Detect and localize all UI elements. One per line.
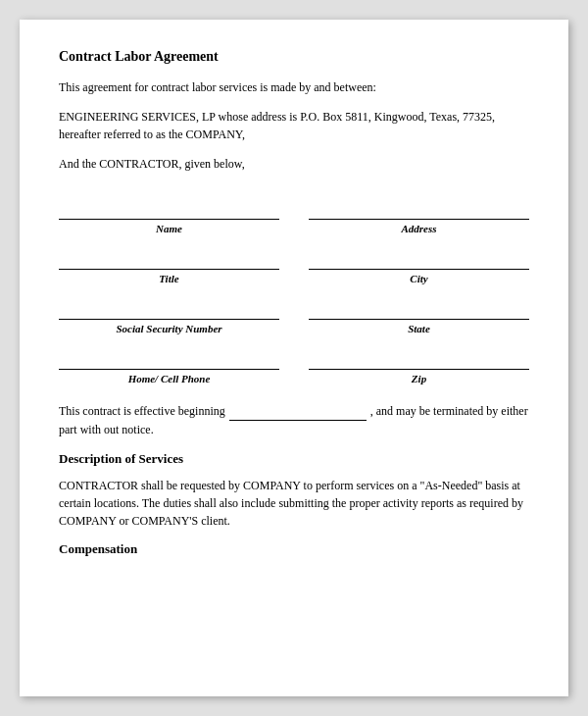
field-address: Address xyxy=(309,202,529,234)
city-label: City xyxy=(410,273,427,284)
effective-text-part1: This contract is effective beginning xyxy=(59,404,225,418)
field-name: Name xyxy=(59,202,279,234)
description-body: CONTRACTOR shall be requested by COMPANY… xyxy=(59,477,529,530)
effective-paragraph: This contract is effective beginning, an… xyxy=(59,402,529,439)
company-info-paragraph: ENGINEERING SERVICES, LP whose address i… xyxy=(59,108,529,143)
form-col-left: Name Title Social Security Number Home/ … xyxy=(59,202,279,402)
ssn-label: Social Security Number xyxy=(116,323,221,334)
name-input-line[interactable] xyxy=(59,202,279,220)
document-title: Contract Labor Agreement xyxy=(59,49,529,65)
address-input-line[interactable] xyxy=(309,202,529,220)
field-state: State xyxy=(309,302,529,334)
zip-input-line[interactable] xyxy=(309,352,529,370)
name-label: Name xyxy=(156,223,182,234)
address-label: Address xyxy=(401,223,436,234)
phone-input-line[interactable] xyxy=(59,352,279,370)
title-label: Title xyxy=(159,273,178,284)
city-input-line[interactable] xyxy=(309,252,529,270)
phone-label: Home/ Cell Phone xyxy=(128,373,211,384)
state-input-line[interactable] xyxy=(309,302,529,320)
ssn-input-line[interactable] xyxy=(59,302,279,320)
field-title: Title xyxy=(59,252,279,284)
field-zip: Zip xyxy=(309,352,529,384)
zip-label: Zip xyxy=(412,373,426,384)
field-phone: Home/ Cell Phone xyxy=(59,352,279,384)
form-col-right: Address City State Zip xyxy=(309,202,529,402)
title-input-line[interactable] xyxy=(59,252,279,270)
field-ssn: Social Security Number xyxy=(59,302,279,334)
effective-date-blank[interactable] xyxy=(229,420,367,421)
contractor-intro-paragraph: And the CONTRACTOR, given below, xyxy=(59,155,529,173)
compensation-title: Compensation xyxy=(59,541,529,557)
intro-paragraph: This agreement for contract labor servic… xyxy=(59,78,529,96)
field-city: City xyxy=(309,252,529,284)
form-section: Name Title Social Security Number Home/ … xyxy=(59,202,529,402)
document-page: Contract Labor Agreement This agreement … xyxy=(20,20,568,696)
description-title: Description of Services xyxy=(59,451,529,467)
state-label: State xyxy=(408,323,430,334)
